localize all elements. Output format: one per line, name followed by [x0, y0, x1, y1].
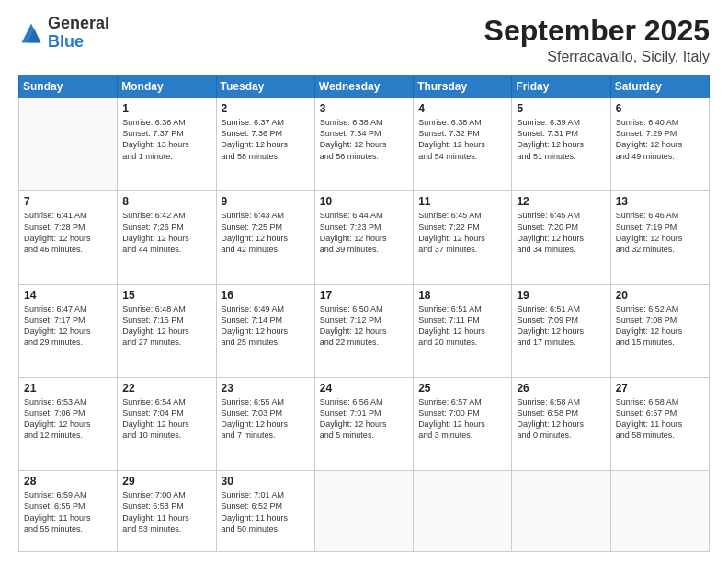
cell-content: Sunrise: 6:48 AMSunset: 7:15 PMDaylight:…: [122, 304, 210, 349]
col-header-wednesday: Wednesday: [314, 75, 413, 98]
col-header-thursday: Thursday: [414, 75, 512, 98]
calendar-cell: 29Sunrise: 7:00 AMSunset: 6:53 PMDayligh…: [118, 471, 216, 552]
cell-content: Sunrise: 6:40 AMSunset: 7:29 PMDaylight:…: [616, 117, 704, 162]
cell-content: Sunrise: 6:55 AMSunset: 7:03 PMDaylight:…: [222, 396, 310, 442]
calendar-cell: [414, 471, 512, 552]
header: General Blue September 2025 Sferracavall…: [18, 15, 710, 65]
day-number: 15: [122, 289, 210, 302]
cell-content: Sunrise: 6:36 AMSunset: 7:37 PMDaylight:…: [122, 117, 210, 162]
calendar-cell: 26Sunrise: 6:58 AMSunset: 6:58 PMDayligh…: [512, 378, 610, 471]
calendar-cell: 24Sunrise: 6:56 AMSunset: 7:01 PMDayligh…: [314, 378, 413, 471]
day-number: 10: [320, 195, 408, 208]
calendar-cell: 23Sunrise: 6:55 AMSunset: 7:03 PMDayligh…: [216, 378, 314, 471]
day-number: 18: [418, 289, 506, 302]
day-number: 13: [616, 195, 704, 208]
day-number: 1: [122, 102, 210, 115]
logo-general: General: [48, 14, 109, 32]
cell-content: Sunrise: 6:38 AMSunset: 7:32 PMDaylight:…: [418, 117, 506, 162]
calendar-week-row: 7Sunrise: 6:41 AMSunset: 7:28 PMDaylight…: [19, 191, 710, 284]
day-number: 26: [517, 382, 605, 395]
day-number: 5: [517, 102, 605, 115]
day-number: 17: [320, 289, 408, 302]
day-number: 8: [122, 195, 210, 208]
calendar-week-row: 21Sunrise: 6:53 AMSunset: 7:06 PMDayligh…: [19, 378, 710, 471]
cell-content: Sunrise: 6:44 AMSunset: 7:23 PMDaylight:…: [320, 210, 408, 255]
logo: General Blue: [18, 15, 109, 52]
calendar-cell: 1Sunrise: 6:36 AMSunset: 7:37 PMDaylight…: [118, 98, 216, 191]
cell-content: Sunrise: 7:01 AMSunset: 6:52 PMDaylight:…: [222, 489, 310, 534]
calendar-cell: 20Sunrise: 6:52 AMSunset: 7:08 PMDayligh…: [610, 284, 709, 377]
day-number: 4: [418, 102, 506, 115]
cell-content: Sunrise: 6:37 AMSunset: 7:36 PMDaylight:…: [222, 117, 310, 162]
cell-content: Sunrise: 6:49 AMSunset: 7:14 PMDaylight:…: [222, 304, 310, 349]
cell-content: Sunrise: 6:57 AMSunset: 7:00 PMDaylight:…: [418, 396, 506, 442]
calendar-week-row: 28Sunrise: 6:59 AMSunset: 6:55 PMDayligh…: [19, 471, 710, 552]
calendar-cell: 22Sunrise: 6:54 AMSunset: 7:04 PMDayligh…: [118, 378, 216, 471]
cell-content: Sunrise: 6:43 AMSunset: 7:25 PMDaylight:…: [222, 210, 310, 255]
day-number: 14: [24, 289, 112, 302]
day-number: 9: [222, 195, 310, 208]
cell-content: Sunrise: 6:54 AMSunset: 7:04 PMDaylight:…: [122, 396, 210, 442]
calendar-cell: 9Sunrise: 6:43 AMSunset: 7:25 PMDaylight…: [216, 191, 314, 284]
day-number: 24: [320, 382, 408, 395]
calendar-cell: [512, 471, 610, 552]
title-location: Sferracavallo, Sicily, Italy: [484, 49, 710, 65]
calendar-cell: 28Sunrise: 6:59 AMSunset: 6:55 PMDayligh…: [19, 471, 118, 552]
logo-text: General Blue: [48, 15, 109, 52]
day-number: 25: [418, 382, 506, 395]
calendar-cell: 2Sunrise: 6:37 AMSunset: 7:36 PMDaylight…: [216, 98, 314, 191]
calendar-cell: 16Sunrise: 6:49 AMSunset: 7:14 PMDayligh…: [216, 284, 314, 377]
col-header-sunday: Sunday: [19, 75, 118, 98]
cell-content: Sunrise: 6:50 AMSunset: 7:12 PMDaylight:…: [320, 304, 408, 349]
calendar-cell: 25Sunrise: 6:57 AMSunset: 7:00 PMDayligh…: [414, 378, 512, 471]
calendar-cell: 13Sunrise: 6:46 AMSunset: 7:19 PMDayligh…: [610, 191, 709, 284]
col-header-tuesday: Tuesday: [216, 75, 314, 98]
logo-blue: Blue: [48, 32, 84, 51]
calendar-cell: 4Sunrise: 6:38 AMSunset: 7:32 PMDaylight…: [414, 98, 512, 191]
day-number: 2: [222, 102, 310, 115]
cell-content: Sunrise: 6:47 AMSunset: 7:17 PMDaylight:…: [24, 304, 112, 349]
title-block: September 2025 Sferracavallo, Sicily, It…: [484, 15, 710, 65]
cell-content: Sunrise: 6:38 AMSunset: 7:34 PMDaylight:…: [320, 117, 408, 162]
calendar-cell: 3Sunrise: 6:38 AMSunset: 7:34 PMDaylight…: [314, 98, 413, 191]
calendar-cell: 27Sunrise: 6:58 AMSunset: 6:57 PMDayligh…: [610, 378, 709, 471]
day-number: 3: [320, 102, 408, 115]
col-header-monday: Monday: [118, 75, 216, 98]
day-number: 30: [222, 475, 310, 488]
calendar-cell: 18Sunrise: 6:51 AMSunset: 7:11 PMDayligh…: [414, 284, 512, 377]
cell-content: Sunrise: 6:51 AMSunset: 7:11 PMDaylight:…: [418, 304, 506, 349]
calendar-cell: 6Sunrise: 6:40 AMSunset: 7:29 PMDaylight…: [610, 98, 709, 191]
calendar-cell: 12Sunrise: 6:45 AMSunset: 7:20 PMDayligh…: [512, 191, 610, 284]
calendar-cell: 14Sunrise: 6:47 AMSunset: 7:17 PMDayligh…: [19, 284, 118, 377]
cell-content: Sunrise: 6:45 AMSunset: 7:22 PMDaylight:…: [418, 210, 506, 255]
calendar-cell: 10Sunrise: 6:44 AMSunset: 7:23 PMDayligh…: [314, 191, 413, 284]
calendar-cell: 21Sunrise: 6:53 AMSunset: 7:06 PMDayligh…: [19, 378, 118, 471]
cell-content: Sunrise: 6:45 AMSunset: 7:20 PMDaylight:…: [517, 210, 605, 255]
day-number: 19: [517, 289, 605, 302]
calendar-cell: 7Sunrise: 6:41 AMSunset: 7:28 PMDaylight…: [19, 191, 118, 284]
cell-content: Sunrise: 7:00 AMSunset: 6:53 PMDaylight:…: [122, 489, 210, 534]
title-month: September 2025: [484, 15, 710, 47]
cell-content: Sunrise: 6:41 AMSunset: 7:28 PMDaylight:…: [24, 210, 112, 255]
calendar-cell: 5Sunrise: 6:39 AMSunset: 7:31 PMDaylight…: [512, 98, 610, 191]
cell-content: Sunrise: 6:51 AMSunset: 7:09 PMDaylight:…: [517, 304, 605, 349]
cell-content: Sunrise: 6:46 AMSunset: 7:19 PMDaylight:…: [616, 210, 704, 255]
calendar-cell: 15Sunrise: 6:48 AMSunset: 7:15 PMDayligh…: [118, 284, 216, 377]
col-header-saturday: Saturday: [610, 75, 709, 98]
calendar-cell: [314, 471, 413, 552]
day-number: 29: [122, 475, 210, 488]
day-number: 6: [616, 102, 704, 115]
day-number: 27: [616, 382, 704, 395]
day-number: 11: [418, 195, 506, 208]
calendar-cell: [19, 98, 118, 191]
day-number: 21: [24, 382, 112, 395]
calendar-week-row: 1Sunrise: 6:36 AMSunset: 7:37 PMDaylight…: [19, 98, 710, 191]
calendar-week-row: 14Sunrise: 6:47 AMSunset: 7:17 PMDayligh…: [19, 284, 710, 377]
day-number: 16: [222, 289, 310, 302]
calendar-cell: 8Sunrise: 6:42 AMSunset: 7:26 PMDaylight…: [118, 191, 216, 284]
cell-content: Sunrise: 6:58 AMSunset: 6:58 PMDaylight:…: [517, 396, 605, 442]
day-number: 22: [122, 382, 210, 395]
cell-content: Sunrise: 6:59 AMSunset: 6:55 PMDaylight:…: [24, 489, 112, 534]
col-header-friday: Friday: [512, 75, 610, 98]
cell-content: Sunrise: 6:53 AMSunset: 7:06 PMDaylight:…: [24, 396, 112, 442]
